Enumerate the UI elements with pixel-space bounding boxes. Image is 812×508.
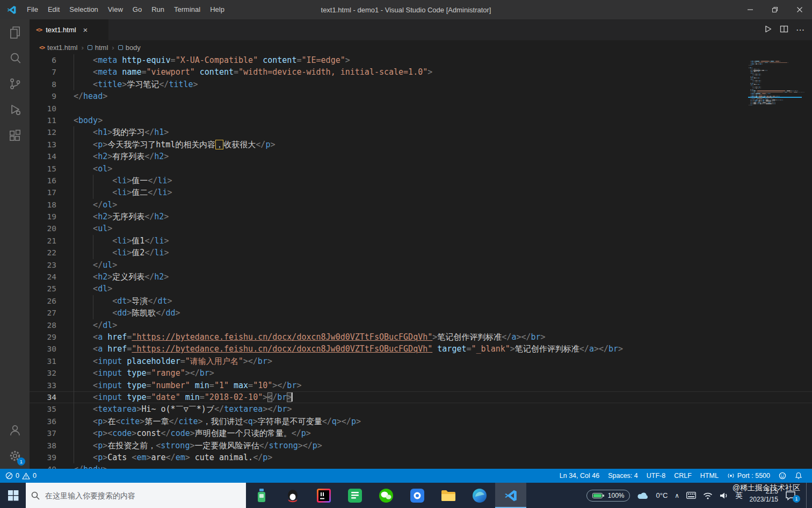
tab-text1-html[interactable]: <> text1.html × [30,19,109,40]
network-icon[interactable] [703,492,713,499]
settings-gear-icon[interactable]: 1 [0,443,30,469]
touch-keyboard-icon[interactable] [686,492,696,499]
taskbar-app-cleaner[interactable] [246,483,277,508]
extensions-icon[interactable] [0,123,30,148]
code-token: textarea [98,404,136,414]
code-line-26[interactable]: 26<dt>导演</dt> [30,295,812,307]
code-line-21[interactable]: 21<li>值1</li> [30,235,812,247]
code-line-35[interactable]: 35<textarea>Hi~ o(*￣▽￣*)ブ</textarea></br… [30,403,812,415]
code-line-15[interactable]: 15<ol> [30,163,812,175]
code-line-24[interactable]: 24<h2>定义列表</h2> [30,271,812,283]
taskbar-search[interactable] [26,483,246,508]
feedback-icon[interactable] [774,472,791,480]
code-editor[interactable]: 6<meta http-equiv="X-UA-Compatible" cont… [30,54,812,469]
show-desktop-button[interactable] [806,483,809,508]
close-tab-icon[interactable]: × [83,26,88,34]
taskbar-app-idea[interactable] [308,483,339,508]
taskbar-app-green-doc[interactable] [339,483,371,508]
code-line-23[interactable]: 23</ul> [30,259,812,271]
minimap[interactable] [748,54,804,106]
chevron-up-icon[interactable]: ∧ [675,492,679,499]
status-encoding[interactable]: UTF-8 [642,472,670,480]
code-line-27[interactable]: 27<dd>陈凯歌</dd> [30,307,812,319]
code-token: "range" [151,368,185,378]
code-line-34[interactable]: 34<input type="date" min="2018-02-10"></… [30,391,812,403]
code-line-19[interactable]: 19<h2>无序列表</h2> [30,211,812,223]
code-line-33[interactable]: 33<input type="number" min="1" max="10">… [30,380,812,391]
code-line-30[interactable]: 30<a href="https://bytedance.feishu.cn/d… [30,343,812,355]
code-line-39[interactable]: 39<p>Cats <em>are</em> cute animal.</p> [30,452,812,463]
problems-indicator[interactable]: 0 0 [5,472,37,480]
close-button[interactable] [787,0,812,19]
start-button[interactable] [0,483,26,508]
code-line-13[interactable]: 13<p>今天我学习了html的相关内容，收获很大</p> [30,139,812,151]
code-area[interactable]: 6<meta http-equiv="X-UA-Compatible" cont… [30,54,812,469]
taskbar-app-explorer[interactable] [433,483,464,508]
code-line-14[interactable]: 14<h2>有序列表</h2> [30,151,812,162]
code-line-9[interactable]: 9</head> [30,90,812,102]
menu-help[interactable]: Help [205,0,229,19]
code-line-12[interactable]: 12<h1>我的学习</h1> [30,126,812,138]
menu-selection[interactable]: Selection [64,0,103,19]
taskbar-app-vscode[interactable] [495,483,526,508]
breadcrumb-item-html[interactable]: html [88,44,108,52]
notifications-bell-icon[interactable] [791,472,807,480]
source-control-icon[interactable] [0,71,30,97]
minimize-button[interactable] [738,0,763,19]
taskbar-app-wechat[interactable] [371,483,402,508]
menu-run[interactable]: Run [147,0,169,19]
run-button[interactable] [764,25,772,35]
code-line-32[interactable]: 32<input type="range"></br> [30,367,812,379]
code-token: http-equiv [122,55,170,65]
status-cursor-position[interactable]: Ln 34, Col 46 [555,472,604,480]
code-line-22[interactable]: 22<li>值2</li> [30,247,812,259]
run-debug-icon[interactable] [0,97,30,123]
code-line-29[interactable]: 29<a href="https://bytedance.feishu.cn/d… [30,331,812,343]
taskbar-app-qq[interactable] [277,483,308,508]
code-line-36[interactable]: 36<p>在<cite>第一章</cite>，我们讲过<q>字符串是不可变量</… [30,416,812,427]
volume-icon[interactable] [720,492,728,499]
code-line-18[interactable]: 18</ol> [30,199,812,211]
taskbar-search-input[interactable] [44,491,241,500]
temperature[interactable]: 0°C [656,491,668,499]
menu-file[interactable]: File [22,0,43,19]
code-token [432,344,437,354]
split-editor-icon[interactable] [780,25,788,35]
taskbar-app-edge[interactable] [464,483,495,508]
breadcrumb-item-body[interactable]: body [118,44,141,52]
taskbar-app-blue[interactable] [402,483,433,508]
menu-view[interactable]: View [103,0,128,19]
code-line-8[interactable]: 8<title>学习笔记</title> [30,78,812,90]
menu-terminal[interactable]: Terminal [169,0,205,19]
account-icon[interactable] [0,417,30,443]
menu-edit[interactable]: Edit [43,0,64,19]
code-line-31[interactable]: 31<input placeholder="请输入用户名"></br> [30,355,812,367]
weather-cloud-icon[interactable] [637,492,649,499]
code-line-6[interactable]: 6<meta http-equiv="X-UA-Compatible" cont… [30,54,812,66]
code-token: = [209,381,214,390]
status-eol[interactable]: CRLF [670,472,696,480]
code-line-11[interactable]: 11<body> [30,115,812,126]
code-line-37[interactable]: 37<p><code>const</code>声明创建一个只读的常量。</p> [30,427,812,439]
code-line-28[interactable]: 28</dl> [30,319,812,331]
line-number: 28 [30,319,56,331]
breadcrumb-item-text1-html[interactable]: <>text1.html [39,44,77,52]
status-language[interactable]: HTML [696,472,723,480]
code-line-25[interactable]: 25<dl> [30,283,812,295]
code-line-20[interactable]: 20<ul> [30,223,812,234]
code-line-7[interactable]: 7<meta name="viewport" content="width=de… [30,66,812,78]
live-server-port[interactable]: Port : 5500 [723,472,774,480]
code-line-17[interactable]: 17<li>值二</li> [30,187,812,198]
status-indentation[interactable]: Spaces: 4 [604,472,642,480]
code-line-16[interactable]: 16<li>值一</li> [30,175,812,187]
code-token: em [176,453,185,462]
code-line-10[interactable]: 10 [30,103,812,115]
battery-indicator[interactable]: 100% [586,490,630,502]
menu-go[interactable]: Go [128,0,147,19]
code-line-38[interactable]: 38<p>在投资之前，<strong>一定要做风险评估</strong></p> [30,440,812,452]
restore-button[interactable] [763,0,787,19]
more-actions-icon[interactable]: ⋯ [796,25,804,35]
search-icon[interactable] [0,45,30,71]
code-line-40[interactable]: 40</body> [30,463,812,469]
explorer-icon[interactable] [0,19,30,45]
